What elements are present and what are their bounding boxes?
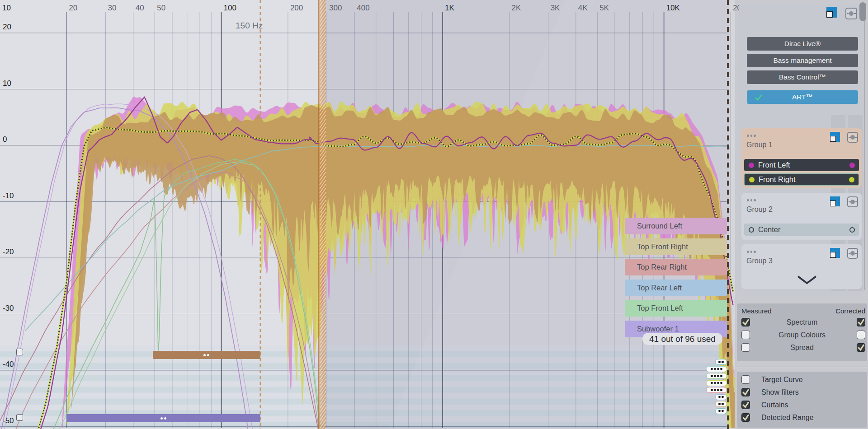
height-filter-checkbox[interactable] xyxy=(16,349,23,355)
group-drag-handle[interactable] xyxy=(747,251,756,253)
freq-tick-200: 200 xyxy=(290,4,303,13)
check-icon xyxy=(755,93,763,102)
channel-color-dot xyxy=(749,177,755,182)
channel-label: Center xyxy=(758,225,781,234)
group-name: Group 1 xyxy=(746,141,773,149)
db-tick--30: -30 xyxy=(3,304,14,313)
channel-color-dot xyxy=(849,163,855,168)
matrix-row-label: Spread xyxy=(737,344,867,352)
tab-dirac-live[interactable]: Dirac Live® xyxy=(747,37,858,51)
ring-icon xyxy=(749,227,754,233)
freq-tick-40: 40 xyxy=(136,4,144,13)
dirac-live-app: 10203040501002003004001K2K3K4K5K10K20K 2… xyxy=(0,0,868,429)
toggle-label: Detected Range xyxy=(761,414,814,422)
channel-row-front-left[interactable]: Front Left xyxy=(744,159,859,171)
filter-pill[interactable] xyxy=(715,408,727,414)
spread-corrected-checkbox[interactable] xyxy=(857,343,865,352)
matrix-row-label: Spectrum xyxy=(737,318,867,326)
subwoofer-filter-checkbox[interactable] xyxy=(16,414,23,421)
drag-dot xyxy=(164,417,166,420)
db-tick--40: -40 xyxy=(3,360,14,369)
filter-pill[interactable] xyxy=(715,394,727,400)
channel-chip-top-rear-right[interactable]: Top Rear Right xyxy=(625,259,727,275)
spectrum-plot[interactable] xyxy=(0,0,735,429)
expand-groups-chevron[interactable] xyxy=(797,275,817,285)
listening-position-icon[interactable] xyxy=(847,248,858,259)
tab-bass-control[interactable]: Bass Control™ xyxy=(747,70,858,84)
freq-tick-50: 50 xyxy=(157,4,165,13)
drag-dot xyxy=(203,354,206,356)
spread-measured-checkbox[interactable] xyxy=(741,343,750,352)
channel-label: Front Left xyxy=(758,161,790,169)
target-curve-checkbox[interactable] xyxy=(741,375,750,384)
group-panel-2: Group 2Center xyxy=(741,193,862,240)
freq-tick-10K: 10K xyxy=(666,4,680,13)
tab-art[interactable]: ART™ xyxy=(747,90,858,104)
freq-tick-4K: 4K xyxy=(578,4,588,13)
detected-range-checkbox[interactable] xyxy=(741,413,750,422)
listening-position-icon[interactable] xyxy=(847,132,858,143)
freq-tick-20K: 20K xyxy=(733,4,739,13)
freq-tick-20: 20 xyxy=(69,4,77,13)
ring-icon xyxy=(849,227,855,233)
filter-pill[interactable] xyxy=(706,366,727,372)
channel-label: Front Right xyxy=(759,175,796,184)
filter-pill[interactable] xyxy=(715,359,727,365)
drag-dot xyxy=(207,354,209,356)
sidebar-scrollbar-track[interactable] xyxy=(864,8,865,290)
spectrum-measured-checkbox[interactable] xyxy=(741,318,750,326)
sidebar-scrollbar-thumb[interactable] xyxy=(859,2,866,21)
channel-chip-top-rear-left[interactable]: Top Rear Left xyxy=(625,280,727,296)
toggle-label: Show filters xyxy=(761,388,799,396)
freq-tick-1K: 1K xyxy=(445,4,454,13)
freq-tick-2K: 2K xyxy=(511,4,521,13)
filter-pill[interactable] xyxy=(706,373,727,379)
crossover-marker-label: 150 Hz xyxy=(236,21,263,31)
group-name: Group 3 xyxy=(746,257,773,265)
db-tick-10: 10 xyxy=(3,79,11,88)
channel-chip-top-front-left[interactable]: Top Front Left xyxy=(625,300,727,317)
dirac-logo-icon[interactable] xyxy=(830,132,840,142)
freq-tick-10: 10 xyxy=(2,4,11,13)
show-filters-checkbox[interactable] xyxy=(741,388,750,396)
curtains-checkbox[interactable] xyxy=(741,401,750,409)
panel-divider xyxy=(735,367,868,367)
group-drag-handle[interactable] xyxy=(747,135,756,137)
tab-bass-management[interactable]: Bass management xyxy=(747,54,858,67)
freq-tick-400: 400 xyxy=(357,4,369,13)
filter-pill[interactable] xyxy=(706,380,727,386)
dirac-logo-icon[interactable] xyxy=(830,248,840,258)
channel-row-center[interactable]: Center xyxy=(744,224,859,236)
spectrum-corrected-checkbox[interactable] xyxy=(857,318,865,326)
drag-dot xyxy=(160,417,163,420)
matrix-row-label: Group Colours xyxy=(737,331,867,339)
group-colours-corrected-checkbox[interactable] xyxy=(857,331,865,339)
toggle-label: Target Curve xyxy=(761,376,803,384)
frequency-response-chart[interactable]: 10203040501002003004001K2K3K4K5K10K20K 2… xyxy=(0,0,735,429)
freq-tick-5K: 5K xyxy=(599,4,609,13)
dirac-logo-icon[interactable] xyxy=(826,7,837,18)
listening-position-icon[interactable] xyxy=(845,8,857,19)
group-name: Group 2 xyxy=(746,205,773,214)
filter-pill[interactable] xyxy=(706,387,727,393)
freq-tick-300: 300 xyxy=(329,4,342,13)
filter-usage-note: 41 out of 96 used xyxy=(642,333,722,345)
db-tick--10: -10 xyxy=(3,191,14,201)
filter-pill[interactable] xyxy=(715,401,727,407)
db-tick-20: 20 xyxy=(3,23,11,32)
measured-column-header: Measured xyxy=(741,307,772,315)
height-filter-bar[interactable] xyxy=(153,351,260,359)
group-colours-measured-checkbox[interactable] xyxy=(741,331,750,339)
db-tick-0: 0 xyxy=(3,135,7,144)
freq-tick-30: 30 xyxy=(108,4,117,13)
channel-chip-top-front-right[interactable]: Top Front Right xyxy=(625,238,727,255)
channel-chip-surround-left[interactable]: Surround Left xyxy=(625,218,727,234)
group-drag-handle[interactable] xyxy=(747,199,756,201)
subwoofer-filter-bar[interactable] xyxy=(66,414,260,422)
listening-position-icon[interactable] xyxy=(847,196,858,207)
group-panel-1: Group 1Front LeftFront Right xyxy=(741,128,862,188)
corrected-column-header: Corrected xyxy=(823,307,865,315)
freq-tick-100: 100 xyxy=(224,4,236,13)
channel-row-front-right[interactable]: Front Right xyxy=(744,173,859,186)
dirac-logo-icon[interactable] xyxy=(830,196,840,206)
